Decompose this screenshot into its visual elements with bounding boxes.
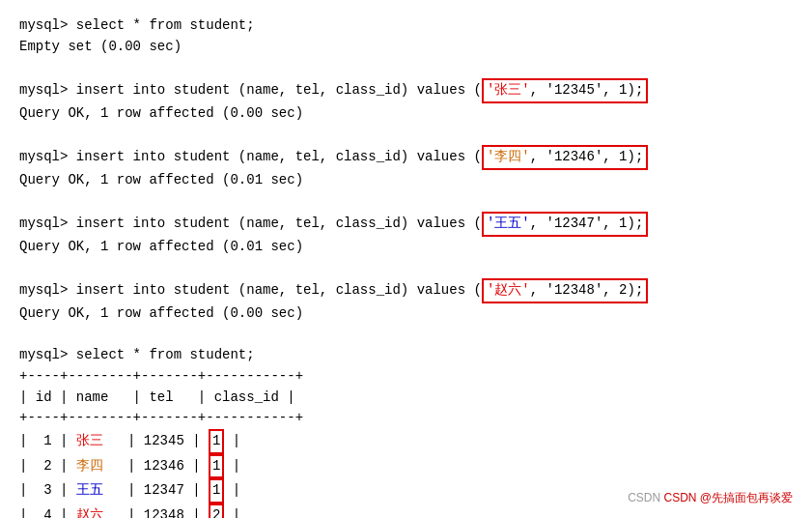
query-ok-3: Query OK, 1 row affected (0.01 sec) (19, 237, 793, 258)
row4-end: | (224, 505, 240, 518)
row2-end: | (224, 456, 240, 477)
row1-name: 张三 (76, 431, 103, 452)
line-2: Empty set (0.00 sec) (19, 37, 793, 58)
row1-end: | (224, 431, 240, 452)
query-ok-2: Query OK, 1 row affected (0.01 sec) (19, 170, 793, 191)
row2-mid: | 12346 | (103, 456, 209, 477)
table-row-2: | 2 | 李四 | 12346 | 1 | (19, 454, 793, 479)
select-prompt: mysql> select * from student; (19, 345, 793, 366)
insert-rest-4: , '12348', 2); (530, 282, 644, 298)
insert-highlight-3: '王五', '12347', 1); (482, 212, 648, 237)
insert-line-3: mysql> insert into student (name, tel, c… (19, 212, 793, 237)
sep-mid: +----+--------+-------+-----------+ (19, 408, 793, 429)
watermark-author: CSDN @先搞面包再谈爱 (663, 491, 793, 504)
prompt-1: mysql> select * from student; (19, 17, 255, 33)
insert-line-4: mysql> insert into student (name, tel, c… (19, 278, 793, 303)
insert-line-2: mysql> insert into student (name, tel, c… (19, 145, 793, 170)
row2-class: 1 (209, 454, 224, 479)
row4-class: 2 (209, 504, 224, 518)
line-blank-1 (19, 57, 793, 78)
insert-rest-2: , '12346', 1); (530, 149, 644, 164)
zh-li: '李四' (487, 149, 530, 164)
insert-highlight-1: '张三', '12345', 1); (482, 78, 648, 103)
insert-rest-1: , '12345', 1); (530, 82, 644, 98)
table-row-1: | 1 | 张三 | 12345 | 1 | (19, 429, 793, 454)
row1-mid: | 12345 | (103, 431, 209, 452)
row3-class: 1 (209, 478, 224, 504)
insert-highlight-4: '赵六', '12348', 2); (482, 278, 648, 303)
row4-name: 赵六 (76, 505, 103, 518)
row4-prefix: | 4 | (19, 505, 76, 518)
watermark: CSDN CSDN @先搞面包再谈爱 (628, 490, 793, 506)
sep-top: +----+--------+-------+-----------+ (19, 366, 793, 388)
line-1: mysql> select * from student; (19, 15, 793, 37)
insert-rest-3: , '12347', 1); (530, 216, 644, 231)
insert-line-1: mysql> insert into student (name, tel, c… (19, 78, 793, 103)
zh-zhao: '赵六' (487, 282, 530, 298)
row2-prefix: | 2 | (19, 456, 76, 477)
table-header: | id | name | tel | class_id | (19, 388, 793, 409)
row3-name: 王五 (76, 480, 103, 502)
row3-end: | (224, 480, 240, 502)
row4-mid: | 12348 | (103, 505, 209, 518)
query-ok-4: Query OK, 1 row affected (0.00 sec) (19, 303, 793, 325)
line-blank-2 (19, 124, 793, 145)
query-ok-1: Query OK, 1 row affected (0.00 sec) (19, 103, 793, 125)
zh-wang: '王五' (487, 216, 530, 231)
insert-prefix-2: mysql> insert into student (name, tel, c… (19, 147, 482, 168)
zh-zhang: '张三' (487, 82, 530, 98)
line-blank-4 (19, 258, 793, 279)
insert-prefix-1: mysql> insert into student (name, tel, c… (19, 80, 482, 101)
insert-prefix-4: mysql> insert into student (name, tel, c… (19, 280, 482, 302)
row3-mid: | 12347 | (103, 480, 209, 502)
terminal: mysql> select * from student; Empty set … (19, 15, 793, 518)
row1-prefix: | 1 | (19, 431, 76, 452)
insert-prefix-3: mysql> insert into student (name, tel, c… (19, 214, 482, 235)
line-blank-3 (19, 191, 793, 213)
row2-name: 李四 (76, 456, 103, 477)
line-blank-5 (19, 325, 793, 346)
row3-prefix: | 3 | (19, 480, 76, 502)
row1-class: 1 (209, 429, 224, 454)
insert-highlight-2: '李四', '12346', 1); (482, 145, 648, 170)
